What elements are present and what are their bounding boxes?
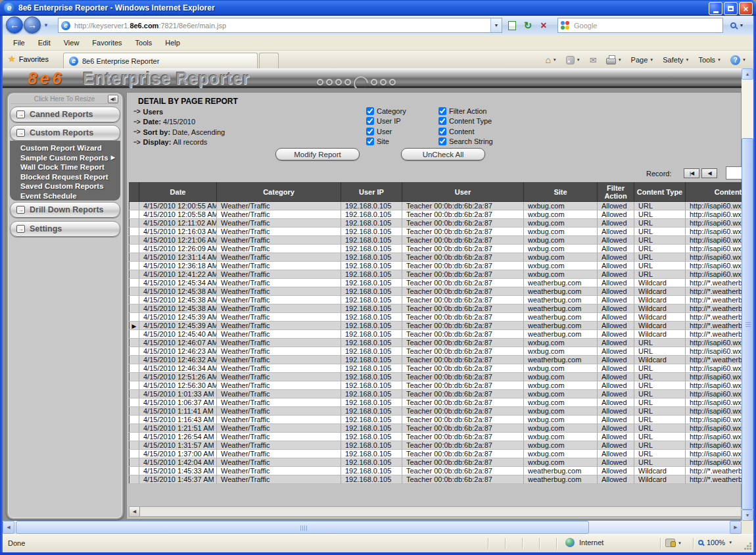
scroll-right-button[interactable]: ▶	[730, 521, 742, 534]
safety-menu-button[interactable]: Safety▼	[659, 55, 692, 65]
table-row[interactable]: 4/15/2010 1:26:54 AMWeather/Traffic192.1…	[130, 433, 742, 441]
table-row[interactable]: 4/15/2010 12:05:58 AMWeather/Traffic192.…	[130, 210, 742, 219]
table-row[interactable]: 4/15/2010 12:46:07 AMWeather/Traffic192.…	[130, 339, 742, 347]
column-header-date[interactable]: Date	[139, 183, 217, 202]
horizontal-scrollbar-thumb[interactable]	[16, 521, 589, 534]
sidebar-item-event-schedule[interactable]: Event Schedule	[10, 191, 120, 201]
checkbox-site[interactable]: Site	[366, 137, 406, 147]
table-row[interactable]: 4/15/2010 1:11:41 AMWeather/Traffic192.1…	[130, 407, 742, 416]
checkbox-input-site[interactable]	[366, 137, 374, 145]
sidebar-button-drill-down-reports[interactable]: → Drill Down Reports	[10, 202, 120, 218]
recent-pages-dropdown[interactable]: ▼	[43, 22, 49, 28]
menu-item-help[interactable]: Help	[158, 37, 187, 49]
table-row[interactable]: 4/15/2010 12:16:03 AMWeather/Traffic192.…	[130, 228, 742, 236]
table-row[interactable]: ▶4/15/2010 12:45:39 AMWeather/Traffic192…	[130, 322, 742, 330]
title-bar[interactable]: e 8e6 Enterprise Reporter - Windows Inte…	[0, 0, 756, 16]
table-row[interactable]: 4/15/2010 12:45:38 AMWeather/Traffic192.…	[130, 296, 742, 304]
column-header-content[interactable]: Content	[686, 183, 742, 202]
refresh-button[interactable]: ↻	[521, 18, 535, 33]
checkbox-input-search-string[interactable]	[438, 137, 446, 145]
maximize-button[interactable]	[724, 2, 738, 15]
record-previous-button[interactable]: ◀	[701, 168, 717, 178]
address-bar-input[interactable]: e http://keyserver1.8e6.com:7821/8e6er/m…	[58, 18, 502, 33]
table-row[interactable]: 4/15/2010 1:21:51 AMWeather/Traffic192.1…	[130, 424, 742, 433]
home-button[interactable]: ⌂▼	[542, 53, 559, 66]
checkbox-input-category[interactable]	[366, 107, 374, 115]
table-row[interactable]: 4/15/2010 12:45:34 AMWeather/Traffic192.…	[130, 279, 742, 287]
checkbox-content[interactable]: Content	[438, 126, 493, 137]
menu-item-edit[interactable]: Edit	[32, 37, 57, 49]
modify-report-button[interactable]: Modify Report	[275, 148, 360, 160]
compatibility-view-button[interactable]	[505, 18, 519, 33]
minimize-button[interactable]	[709, 2, 722, 15]
table-row[interactable]: 4/15/2010 12:36:18 AMWeather/Traffic192.…	[130, 262, 742, 270]
table-row[interactable]: 4/15/2010 12:56:30 AMWeather/Traffic192.…	[130, 381, 742, 390]
sidebar-button-canned-reports[interactable]: → Canned Reports	[10, 107, 120, 122]
tools-menu-button[interactable]: Tools▼	[695, 55, 724, 65]
table-row[interactable]: 4/15/2010 12:21:06 AMWeather/Traffic192.…	[130, 236, 742, 245]
table-row[interactable]: 4/15/2010 12:46:34 AMWeather/Traffic192.…	[130, 364, 742, 373]
table-row[interactable]: 4/15/2010 12:45:39 AMWeather/Traffic192.…	[130, 313, 742, 322]
table-row[interactable]: 4/15/2010 12:45:38 AMWeather/Traffic192.…	[130, 287, 742, 296]
close-button[interactable]: ×	[739, 2, 753, 15]
table-row[interactable]: 4/15/2010 12:45:38 AMWeather/Traffic192.…	[130, 304, 742, 313]
collapse-sidebar-button[interactable]: ◀‖	[108, 95, 118, 103]
protected-mode-button[interactable]: ▼	[665, 539, 682, 547]
column-header-site[interactable]: Site	[524, 183, 598, 202]
menu-item-favorites[interactable]: Favorites	[85, 37, 128, 49]
menu-item-file[interactable]: File	[7, 37, 32, 49]
table-row[interactable]: 4/15/2010 12:11:02 AMWeather/Traffic192.…	[130, 219, 742, 228]
table-row[interactable]: 4/15/2010 12:51:26 AMWeather/Traffic192.…	[130, 373, 742, 381]
table-scroll-left-button[interactable]: ◀	[130, 507, 140, 516]
new-tab-stub[interactable]	[259, 53, 279, 68]
checkbox-search-string[interactable]: Search String	[438, 137, 493, 147]
table-row[interactable]: 4/15/2010 1:37:00 AMWeather/Traffic192.1…	[130, 450, 742, 458]
help-button[interactable]: ?▼	[727, 54, 749, 66]
search-input[interactable]: Google	[557, 18, 723, 33]
column-header-user-ip[interactable]: User IP	[341, 183, 402, 202]
feeds-button[interactable]: ▼	[563, 55, 584, 66]
column-header-content-type[interactable]: Content Type	[634, 183, 686, 202]
sidebar-item-wall-clock-time-report[interactable]: Wall Clock Time Report	[10, 162, 120, 172]
checkbox-content-type[interactable]: Content Type	[438, 116, 493, 127]
table-row[interactable]: 4/15/2010 12:46:23 AMWeather/Traffic192.…	[130, 347, 742, 356]
column-header-user[interactable]: User	[402, 183, 524, 202]
table-horizontal-scrollbar[interactable]: ◀	[129, 506, 742, 517]
search-button[interactable]: ▼	[723, 18, 751, 33]
sidebar-item-custom-report-wizard[interactable]: Custom Report Wizard	[10, 143, 120, 153]
table-row[interactable]: 4/15/2010 1:16:43 AMWeather/Traffic192.1…	[130, 416, 742, 424]
print-button[interactable]: ▼	[603, 55, 625, 66]
table-row[interactable]: 4/15/2010 12:45:40 AMWeather/Traffic192.…	[130, 330, 742, 339]
tab-8e6-enterprise-reporter[interactable]: e 8e6 Enterprise Reporter	[63, 53, 258, 68]
sidebar-button-settings[interactable]: → Settings	[10, 221, 120, 237]
read-mail-button[interactable]: ✉	[586, 54, 600, 66]
checkbox-input-filter-action[interactable]	[438, 107, 446, 115]
table-row[interactable]: 4/15/2010 12:26:09 AMWeather/Traffic192.…	[130, 245, 742, 253]
resize-grip[interactable]	[742, 541, 751, 550]
horizontal-scrollbar[interactable]: ◀ ▶	[3, 521, 742, 534]
zoom-control[interactable]: 100% ▼	[698, 539, 732, 546]
vertical-scrollbar[interactable]: ▲ ▼	[742, 68, 753, 521]
checkbox-user[interactable]: User	[366, 126, 406, 137]
sidebar-item-sample-custom-reports[interactable]: Sample Custom Reports▶	[10, 153, 120, 163]
sidebar-item-saved-custom-reports[interactable]: Saved Custom Reports	[10, 181, 120, 191]
forward-button[interactable]: →	[24, 16, 41, 34]
table-row[interactable]: 4/15/2010 1:45:37 AMWeather/Traffic192.1…	[130, 475, 742, 484]
sidebar-resize-bar[interactable]: Click Here To Resize ◀‖	[11, 95, 118, 104]
sidebar-item-blocked-request-report[interactable]: Blocked Request Report	[10, 172, 120, 182]
address-dropdown[interactable]: ▼	[490, 18, 502, 32]
table-row[interactable]: 4/15/2010 1:42:04 AMWeather/Traffic192.1…	[130, 458, 742, 467]
stop-button[interactable]: ×	[536, 18, 551, 33]
checkbox-input-content[interactable]	[438, 128, 446, 135]
record-first-button[interactable]: |◀	[684, 168, 699, 178]
page-menu-button[interactable]: Page▼	[628, 55, 657, 65]
search-options-dropdown[interactable]: ▼	[740, 23, 744, 28]
back-button[interactable]: ←	[6, 16, 23, 34]
checkbox-category[interactable]: Category	[366, 106, 406, 116]
table-row[interactable]: 4/15/2010 12:41:22 AMWeather/Traffic192.…	[130, 270, 742, 279]
checkbox-filter-action[interactable]: Filter Action	[438, 106, 493, 116]
checkbox-input-user-ip[interactable]	[366, 117, 374, 125]
menu-item-tools[interactable]: Tools	[129, 37, 159, 49]
column-header-filter-action[interactable]: Filter Action	[598, 183, 634, 202]
table-row[interactable]: 4/15/2010 12:46:32 AMWeather/Traffic192.…	[130, 356, 742, 364]
